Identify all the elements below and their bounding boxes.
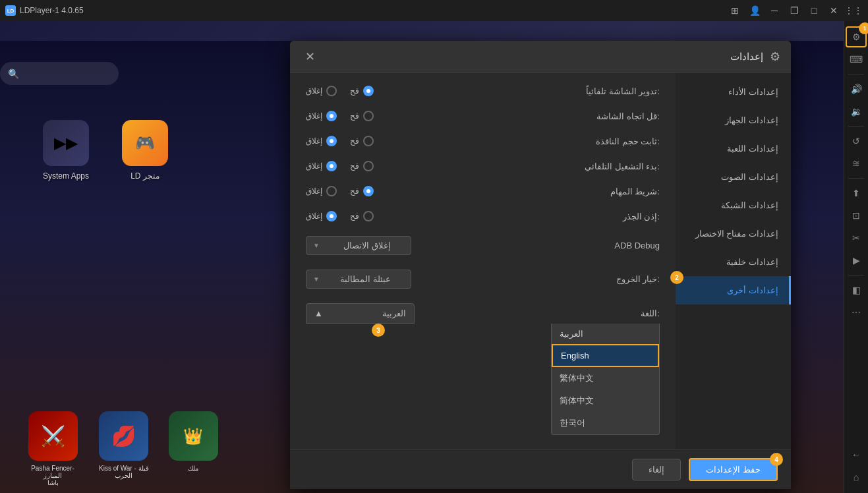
exit-option-dropdown[interactable]: عبئلة المطالبة ▼ — [306, 270, 411, 289]
lang-option-english[interactable]: English — [552, 344, 659, 367]
nav-game[interactable]: إعدادات اللعبة — [676, 134, 791, 163]
settings-footer: حفظ الإعدادات 4 إلغاء — [290, 450, 676, 489]
root-off[interactable]: إغلاق — [306, 211, 337, 221]
language-options-list: العربية English 繁体中文 简体中文 한국어 — [551, 324, 660, 435]
screen-rotation-on-label: فح — [350, 86, 359, 96]
import-button[interactable]: ⬆ — [846, 183, 867, 204]
back-button[interactable]: ← — [846, 444, 867, 465]
volume-up-button[interactable]: 🔊 — [846, 78, 867, 100]
step-2-badge: 2 — [670, 271, 683, 284]
screenshot-button[interactable]: ✂ — [846, 227, 867, 248]
nav-performance[interactable]: إعدادات الأداء — [676, 78, 791, 106]
kissofwar-app[interactable]: 💋 Kiss of War - قبلةالحرب — [99, 411, 149, 486]
system-apps-icon[interactable]: ▶▶ System Apps — [40, 120, 92, 181]
auto-start-row: :بدء التشغيل التلقائي فح إغلاق — [306, 161, 660, 171]
bottom-icons: ⚔️ Pasha Fencer-المبارزباشا 💋 Kiss of Wa… — [26, 411, 218, 486]
search-bar[interactable]: 🔍 — [0, 62, 119, 85]
screen-direction-label: :قل اتجاه الشاشة — [596, 111, 660, 121]
record-button[interactable]: ⊡ — [846, 205, 867, 226]
settings-header: ⚙ إعدادات ✕ — [290, 41, 791, 72]
app-logo: LD — [5, 5, 16, 16]
auto-start-off-label: إغلاق — [306, 161, 322, 171]
screen-rotation-on-radio[interactable] — [363, 86, 374, 96]
home-button[interactable]: ⌂ — [846, 467, 867, 488]
restore-button[interactable]: ❐ — [785, 3, 803, 18]
auto-start-on-label: فح — [350, 161, 359, 171]
fixed-window-on-radio[interactable] — [363, 136, 374, 146]
screen-direction-on[interactable]: فح — [350, 111, 374, 121]
lang-option-simplified-chinese[interactable]: 简体中文 — [552, 390, 659, 412]
user-button[interactable]: 👤 — [745, 3, 764, 18]
ld-store-icon[interactable]: 🎮 LD متجر — [119, 120, 171, 181]
settings-close-button[interactable]: ✕ — [301, 47, 319, 66]
volume-down-button[interactable]: 🔉 — [846, 101, 867, 122]
adb-value: إغلاق الاتصال — [343, 241, 391, 250]
taskbar-on[interactable]: فح — [350, 186, 374, 196]
auto-start-on-radio[interactable] — [363, 161, 374, 171]
auto-start-off-radio[interactable] — [326, 161, 337, 171]
magic-button[interactable]: ◧ — [846, 279, 867, 301]
root-on[interactable]: فح — [350, 211, 374, 221]
nav-other[interactable]: إعدادات أخرى 2 — [676, 276, 791, 304]
screen-rotation-off-radio[interactable] — [326, 86, 337, 96]
extra-button[interactable]: ⋮⋮ — [844, 3, 863, 18]
video-button[interactable]: ▶ — [846, 250, 867, 271]
root-row: :إذن الجذر فح إغلاق — [306, 211, 660, 221]
rotate-button[interactable]: ↺ — [846, 130, 867, 152]
language-label: :اللغة — [641, 308, 660, 318]
screen-rotation-controls: فح إغلاق — [306, 86, 374, 96]
lang-option-traditional-chinese[interactable]: 繁体中文 — [552, 367, 659, 390]
adb-dropdown[interactable]: إغلاق الاتصال ▼ — [306, 236, 411, 255]
taskbar-off[interactable]: إغلاق — [306, 186, 337, 196]
root-on-label: فح — [350, 212, 359, 221]
fixed-window-off[interactable]: إغلاق — [306, 136, 337, 146]
title-bar-controls: ⊞ 👤 ─ ❐ □ ✕ ⋮⋮ — [726, 3, 863, 18]
taskbar-on-radio[interactable] — [363, 186, 374, 196]
keyboard-button[interactable]: ⌨ — [846, 49, 867, 70]
kissofwar-label: Kiss of War - قبلةالحرب — [99, 465, 149, 479]
third-app[interactable]: 👑 ملك — [169, 411, 218, 486]
nav-audio[interactable]: إعدادات الصوت — [676, 163, 791, 191]
fixed-window-row: :ثابت حجم النافذة فح إغلاق — [306, 136, 660, 146]
minimize-button[interactable]: ─ — [765, 3, 784, 18]
third-label: ملك — [188, 465, 198, 472]
fixed-window-on[interactable]: فح — [350, 136, 374, 146]
root-off-radio[interactable] — [326, 211, 337, 221]
exit-option-value: عبئلة المطالبة — [340, 274, 391, 284]
toolbar-separator-1 — [848, 74, 864, 74]
cancel-button[interactable]: إلغاء — [632, 459, 676, 480]
lang-option-korean[interactable]: 한국어 — [552, 412, 659, 434]
screen-direction-off[interactable]: إغلاق — [306, 111, 337, 121]
language-arrow: ▲ — [314, 308, 323, 318]
screen-rotation-on[interactable]: فح — [350, 86, 374, 96]
screen-rotation-off[interactable]: إغلاق — [306, 86, 337, 96]
screen-direction-off-radio[interactable] — [326, 111, 337, 121]
nav-network[interactable]: إعدادات الشبكة — [676, 191, 791, 219]
close-button[interactable]: ✕ — [825, 3, 843, 18]
screen-rotation-off-label: إغلاق — [306, 86, 322, 96]
exit-option-row: :خيار الخروج عبئلة المطالبة ▼ — [306, 270, 660, 289]
auto-start-off[interactable]: إغلاق — [306, 161, 337, 171]
settings-nav: إعدادات الأداء إعدادات الجهاز إعدادات ال… — [676, 72, 791, 489]
language-dropdown[interactable]: العربية ▲ — [306, 303, 415, 324]
settings-content: :تدوير الشاشة تلقائياً فح إغلاق — [290, 72, 676, 489]
nav-shortcut[interactable]: إعدادات مفتاح الاختصار — [676, 219, 791, 248]
root-on-radio[interactable] — [363, 211, 374, 221]
multiscreen-button[interactable]: ⊞ — [726, 3, 744, 18]
taskbar-off-radio[interactable] — [326, 186, 337, 196]
third-icon-image: 👑 — [169, 411, 218, 461]
auto-start-on[interactable]: فح — [350, 161, 374, 171]
more-button[interactable]: ⋯ — [846, 302, 867, 323]
settings-title-row: ⚙ إعدادات — [730, 49, 780, 64]
nav-background[interactable]: إعدادات خلفية — [676, 248, 791, 276]
fixed-window-off-label: إغلاق — [306, 136, 322, 146]
fixed-window-off-radio[interactable] — [326, 136, 337, 146]
shake-button[interactable]: ≋ — [846, 153, 867, 174]
nav-device[interactable]: إعدادات الجهاز — [676, 106, 791, 134]
screen-direction-on-radio[interactable] — [363, 111, 374, 121]
maximize-button[interactable]: □ — [805, 3, 823, 18]
pasha-app[interactable]: ⚔️ Pasha Fencer-المبارزباشا — [26, 411, 79, 486]
lang-option-arabic[interactable]: العربية — [552, 324, 659, 344]
settings-gear-icon: ⚙ — [770, 49, 780, 64]
settings-body: إعدادات الأداء إعدادات الجهاز إعدادات ال… — [290, 72, 791, 489]
